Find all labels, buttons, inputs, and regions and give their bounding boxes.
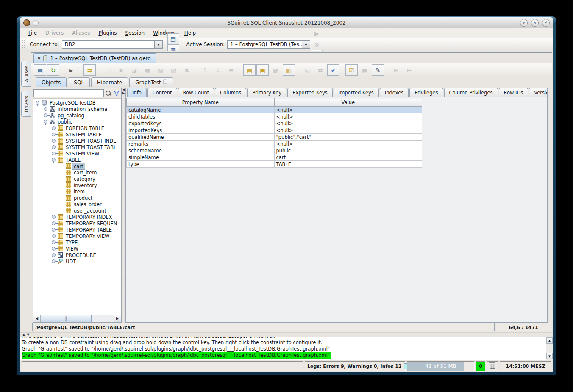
books-icon[interactable]: ▦ bbox=[359, 64, 371, 76]
run-sql-icon[interactable]: ► bbox=[65, 64, 78, 76]
collapsed-handle-icon[interactable] bbox=[52, 253, 56, 257]
tree-node-postgresql-testdb[interactable]: PostgreSQL TestDB bbox=[33, 99, 121, 106]
scroll-left-icon[interactable]: ◀ bbox=[33, 315, 41, 322]
tree-node-temporary-view[interactable]: TEMPORARY VIEW bbox=[33, 233, 121, 239]
tree-toggle-icon[interactable] bbox=[51, 145, 58, 149]
validate-sql-icon[interactable]: ☑ bbox=[345, 64, 358, 76]
column-header-value[interactable]: Value bbox=[274, 98, 422, 107]
session-tab[interactable]: ✕ 1 – PostgreSQL TestDB (TestDB) as gerd bbox=[33, 53, 156, 63]
result-list-icon[interactable]: ≡ bbox=[225, 64, 237, 76]
tree-node-cart[interactable]: cart bbox=[33, 163, 121, 169]
collapsed-handle-icon[interactable] bbox=[52, 145, 56, 149]
tree-toggle-icon[interactable] bbox=[51, 158, 58, 162]
tree-toggle-icon[interactable] bbox=[51, 247, 58, 251]
menu-session[interactable]: Session bbox=[121, 29, 149, 37]
tree-node-foreign-table[interactable]: FOREIGN TABLE bbox=[33, 125, 121, 131]
search-icon[interactable] bbox=[104, 89, 112, 97]
menu-aliases[interactable]: Aliases bbox=[68, 29, 94, 37]
tree-node-view[interactable]: VIEW bbox=[33, 246, 121, 252]
tree-node-pg-catalog[interactable]: pg_catalog bbox=[33, 112, 121, 119]
close-icon[interactable]: ✕ bbox=[37, 56, 41, 61]
results-in-window-icon[interactable]: ▣ bbox=[256, 64, 269, 76]
connect-to-dropdown-button[interactable] bbox=[154, 41, 162, 48]
paste-object-name-icon[interactable]: ▥ bbox=[283, 64, 295, 76]
tree-node-system-table[interactable]: SYSTEM TABLE bbox=[33, 131, 121, 138]
collapse-right-icon[interactable]: ▶ bbox=[122, 91, 125, 95]
refresh-object-tree-icon[interactable]: ↻ bbox=[47, 64, 59, 76]
collapsed-handle-icon[interactable] bbox=[52, 228, 56, 232]
connect-to-combobox[interactable]: DB2 bbox=[62, 40, 163, 49]
scrollbar-track[interactable] bbox=[92, 315, 114, 322]
table-row[interactable]: importedKeys<null> bbox=[127, 127, 422, 134]
menu-plugins[interactable]: Plugins bbox=[94, 29, 121, 37]
tree-node-sales-order[interactable]: sales_order bbox=[33, 201, 121, 207]
table-row[interactable]: schemaNamepublic bbox=[127, 147, 422, 154]
close-sql-file-icon[interactable]: ✖ bbox=[181, 64, 193, 76]
edit-bookmarks-icon[interactable]: ✎ bbox=[372, 64, 384, 76]
goto-icon[interactable]: ⇄ bbox=[314, 64, 326, 76]
expanded-handle-icon[interactable] bbox=[52, 158, 56, 162]
collapsed-handle-icon[interactable] bbox=[52, 126, 56, 130]
collapsed-handle-icon[interactable] bbox=[52, 240, 56, 244]
minimize-button[interactable]: ∨ bbox=[520, 19, 528, 27]
format-sql-icon[interactable]: ✔ bbox=[327, 64, 339, 76]
log-splitter[interactable]: ▲ ▼ bbox=[20, 332, 553, 337]
aliases-side-tab[interactable]: Aliases bbox=[21, 61, 31, 87]
tree-node-category[interactable]: category bbox=[33, 176, 121, 182]
detail-tab-row-count[interactable]: Row Count bbox=[178, 88, 214, 97]
tree-toggle-icon[interactable] bbox=[43, 120, 50, 124]
tree-node-inventory[interactable]: inventory bbox=[33, 182, 121, 188]
print-sql-icon[interactable]: ▨ bbox=[167, 64, 180, 76]
save-sql-file-as-icon[interactable]: ▧ bbox=[154, 64, 167, 76]
tree-node-system-toast-inde[interactable]: SYSTEM TOAST INDE bbox=[33, 138, 121, 144]
active-session-dropdown-button[interactable] bbox=[302, 41, 310, 48]
tree-toggle-icon[interactable] bbox=[43, 113, 50, 117]
menu-help[interactable]: Help bbox=[180, 29, 200, 37]
commit-rollback-icon[interactable]: ⇉ bbox=[83, 64, 96, 76]
collapsed-handle-icon[interactable] bbox=[52, 215, 56, 219]
collapsed-handle-icon[interactable] bbox=[52, 259, 56, 263]
tree-detail-splitter[interactable]: ◀ ▶ bbox=[122, 88, 125, 323]
append-sql-file-icon[interactable]: ◪ bbox=[128, 64, 140, 76]
collapsed-handle-icon[interactable] bbox=[52, 133, 56, 136]
splitter-up-icon[interactable]: ▲ bbox=[22, 333, 25, 337]
collapsed-handle-icon[interactable] bbox=[44, 107, 47, 111]
show-results-icon[interactable]: ▤ bbox=[243, 64, 256, 76]
menu-drivers[interactable]: Drivers bbox=[41, 29, 68, 37]
menu-file[interactable]: File bbox=[24, 29, 41, 37]
table-row[interactable]: simpleNamecart bbox=[127, 154, 422, 161]
tree-node-information-schema[interactable]: information_schema bbox=[33, 106, 121, 112]
close-button[interactable]: ✕ bbox=[542, 19, 550, 27]
tab-objects[interactable]: Objects bbox=[36, 77, 67, 87]
tab-sql[interactable]: SQL bbox=[68, 77, 90, 87]
tree-toggle-icon[interactable] bbox=[51, 221, 58, 225]
tree-node-cart-item[interactable]: cart_item bbox=[33, 169, 121, 176]
tree-toggle-icon[interactable] bbox=[51, 234, 58, 238]
collapsed-handle-icon[interactable] bbox=[52, 247, 56, 251]
detail-tab-privileges[interactable]: Privileges bbox=[409, 88, 443, 97]
reload-driver-icon[interactable]: ⊞ bbox=[390, 64, 402, 76]
tab-graphtest[interactable]: GraphTest bbox=[129, 77, 173, 87]
tree-node-user-account[interactable]: user_account bbox=[33, 207, 121, 214]
log-summary-cell[interactable]: Logs: Errors 9, Warnings 0, Infos 12 bbox=[305, 361, 406, 371]
tree-node-temporary-index[interactable]: TEMPORARY INDEX bbox=[33, 214, 121, 220]
log-scrollbar[interactable]: ▲ ▼ bbox=[546, 337, 553, 360]
scrollbar-thumb[interactable]: ║ bbox=[41, 315, 92, 322]
new-sql-file-icon[interactable]: ▢ bbox=[102, 64, 114, 76]
detail-tab-content[interactable]: Content bbox=[147, 88, 177, 97]
find-icon[interactable]: ◎ bbox=[301, 64, 313, 76]
memory-gauge[interactable]: 41 of 51 MB bbox=[407, 361, 475, 371]
detail-tab-row-ids[interactable]: Row IDs bbox=[499, 88, 528, 97]
detail-tab-column-privileges[interactable]: Column Privileges bbox=[444, 88, 498, 97]
tree-toggle-icon[interactable] bbox=[43, 107, 50, 111]
tree-toggle-icon[interactable] bbox=[51, 139, 58, 143]
filter-funnel-icon[interactable] bbox=[112, 89, 121, 97]
tree-node-type[interactable]: TYPE bbox=[33, 239, 121, 246]
collapsed-handle-icon[interactable] bbox=[52, 139, 56, 143]
detail-tab-info[interactable]: Info bbox=[127, 88, 147, 97]
expanded-handle-icon[interactable] bbox=[36, 101, 39, 105]
detail-tab-exported-keys[interactable]: Exported Keys bbox=[287, 88, 333, 97]
detail-tab-versions[interactable]: Versions bbox=[529, 88, 547, 97]
drivers-side-tab[interactable]: Drivers bbox=[21, 91, 31, 117]
tree-toggle-icon[interactable] bbox=[51, 253, 58, 257]
